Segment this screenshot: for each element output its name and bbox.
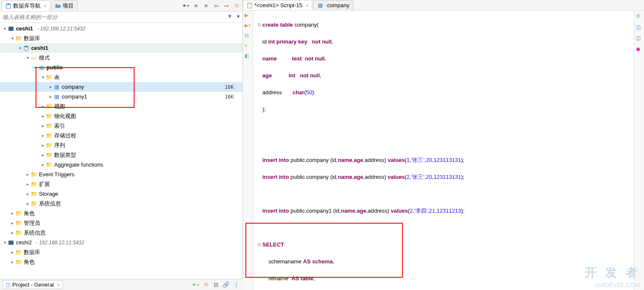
tree-table[interactable]: ▸▦company116K [0,92,242,101]
folder-icon [55,3,61,9]
database-icon [6,3,11,9]
back-icon[interactable]: ⇦ [212,2,220,10]
table-icon: ▦ [317,3,324,8]
project-icon: ◫ [6,282,11,288]
divider-icon: ≡ [202,2,210,10]
svg-rect-1 [8,27,14,31]
folder-icon: 📁 [46,74,52,80]
tree-conn[interactable]: ▾ ceshi2 - 192.168.12.11:5432 [0,238,242,247]
schema-folder-icon: ▭ [30,55,37,61]
filter-icon[interactable]: ▼ [226,12,234,20]
svg-rect-3 [8,241,14,245]
pgsql-icon [8,240,14,246]
commit-icon[interactable]: ◧ [245,53,251,60]
tab-db-nav[interactable]: 数据库导航 × [2,0,50,11]
tree-roles[interactable]: ▸📁角色 [0,208,242,218]
menu-icon[interactable]: ⋮ [232,281,240,289]
new-conn-icon[interactable]: ✦+ [182,2,190,10]
folder-icon: 📁 [15,36,22,41]
tree-views[interactable]: ▸📁视图 [0,101,242,111]
folder-icon: 📁 [46,104,52,109]
database-icon [23,45,30,51]
tree-databases[interactable]: ▾📁数据库 [0,33,242,43]
tree-sequences[interactable]: ▸📁序列 [0,140,242,150]
status-project-tab[interactable]: ◫ Project - General × [3,280,63,289]
folder-icon: 📁 [46,123,52,129]
editor-tab-company[interactable]: ▦ company [313,0,353,10]
tree-sysinfo[interactable]: ▸📁系统信息 [0,199,242,208]
watermark: 开 发 者 [585,265,640,281]
explain-icon[interactable]: ⊟ [245,33,251,39]
dropdown-icon[interactable]: ▾ [234,12,242,20]
folder-icon: 📁 [46,142,52,148]
editor-gutter: ▶ ▶+ ⊟ ≡ ◧ [243,11,253,290]
tree-tables-folder[interactable]: ▾📁表 [0,72,242,82]
pgsql-icon [8,26,14,32]
folder-icon: 📁 [46,162,52,168]
svg-point-2 [24,46,28,47]
tree-event-triggers[interactable]: ▸📁Event Triggers [0,170,242,179]
link-icon[interactable]: 🔗 [222,281,230,289]
forward-icon[interactable]: ⇨ [222,2,231,10]
editor-tab-script[interactable]: *<ceshi1> Script-15 × [243,0,312,10]
close-icon[interactable]: × [44,3,47,8]
schema-icon: ▦ [38,65,45,71]
tree-admin[interactable]: ▸📁管理员 [0,218,242,228]
folder-icon: 📁 [15,230,22,236]
tree-sysconns[interactable]: ▸📁系统信息 [0,228,242,238]
close-icon[interactable]: × [305,3,308,8]
tree-db[interactable]: ▾ ceshi1 [0,43,242,53]
link-icon[interactable]: ⟲ [232,2,241,10]
panel-icon[interactable]: ◫ [636,24,643,31]
tree-procs[interactable]: ▸📁存储过程 [0,131,242,140]
close-icon[interactable]: × [57,282,60,287]
tree-schemas[interactable]: ▾▭模式 [0,53,242,63]
folder-icon: 📁 [46,113,52,119]
tree-datatypes[interactable]: ▸📁数据类型 [0,150,242,160]
editor-side-toolbar: ⚙ ◫ ◫ ◉ [634,11,644,290]
tree-table[interactable]: ▸▦company16K [0,82,242,92]
watermark-sub: csdDEVZE.COM [595,282,640,288]
tree-conn[interactable]: ▾ ceshi1 - 192.168.12.11:5432 [0,24,242,33]
svg-rect-4 [248,3,252,8]
folder-icon: 📁 [46,152,52,158]
status-bar: ◫ Project - General × ✦+ ⟲ ⊟ 🔗 ⋮ [0,279,243,290]
tree-aggfns[interactable]: ▸📁Aggregate functions [0,160,242,170]
svg-rect-5 [248,4,251,4]
tree-matviews[interactable]: ▸📁物化视图 [0,111,242,121]
tree-storage[interactable]: ▸📁Storage [0,189,242,199]
nav-tab-bar: 数据库导航 × 项目 ✦+ ≡ ≡ ⇦ ⇨ ⟲ [0,0,242,12]
folder-icon: 📁 [15,249,22,255]
folder-icon: 📁 [15,259,22,265]
script-icon[interactable]: ≡ [245,43,251,49]
editor-tab-bar: *<ceshi1> Script-15 × ▦ company [243,0,644,11]
collapse-icon[interactable]: ⊟ [212,281,220,289]
run-icon[interactable]: ▶ [245,12,251,19]
tab-project[interactable]: 项目 [51,0,77,11]
tree-databases[interactable]: ▸📁数据库 [0,247,242,257]
folder-icon: 📁 [30,172,37,178]
refresh-icon[interactable]: ⟲ [201,281,210,289]
folder-icon: 📁 [30,201,37,207]
folder-icon: 📁 [15,220,22,226]
filter-input[interactable] [0,12,226,22]
run-row-icon[interactable]: ▶+ [245,22,251,29]
folder-icon: 📁 [46,133,52,139]
tree-public[interactable]: ▾▦public [0,63,242,72]
sql-file-icon [247,3,253,8]
table-icon: ▦ [53,94,60,100]
table-icon: ▦ [53,84,60,90]
folder-icon: 📁 [15,211,22,216]
panel-icon[interactable]: ◫ [636,35,643,42]
divider-icon: ≡ [192,2,200,10]
folder-icon: 📁 [30,191,37,197]
tree-roles[interactable]: ▸📁角色 [0,257,242,267]
new-icon[interactable]: ✦+ [191,281,200,289]
sql-editor[interactable]: ⊟create table company( id int primary ke… [253,11,634,290]
db-tree: ▾ ceshi1 - 192.168.12.11:5432 ▾📁数据库 ▾ ce… [0,23,242,290]
pin-icon[interactable]: ◉ [636,46,643,53]
gear-icon[interactable]: ⚙ [636,13,643,20]
folder-icon: 📁 [30,181,37,187]
tree-indexes[interactable]: ▸📁索引 [0,121,242,131]
tree-extensions[interactable]: ▸📁扩展 [0,179,242,189]
